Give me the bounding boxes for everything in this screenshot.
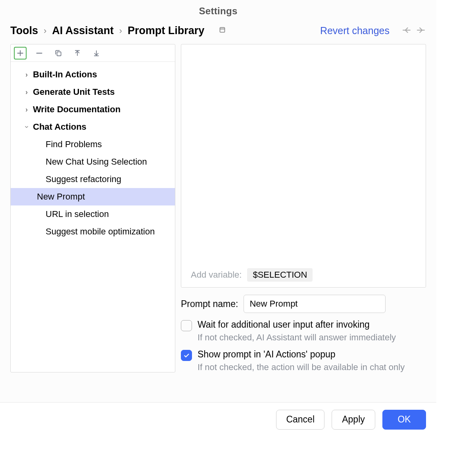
move-up-button[interactable] [71,47,84,60]
breadcrumb-item[interactable]: AI Assistant [52,25,113,37]
show-in-popup-label: Show prompt in 'AI Actions' popup [198,349,405,360]
tree-item[interactable]: URL in selection [11,205,175,223]
tree-item[interactable]: Suggest refactoring [11,171,175,188]
wait-input-label: Wait for additional user input after inv… [198,319,396,330]
variable-chip[interactable]: $SELECTION [247,268,313,282]
wait-input-help: If not checked, AI Assistant will answer… [198,332,396,343]
chevron-right-icon: › [20,88,33,96]
breadcrumb-item[interactable]: Tools [10,25,38,37]
tree-item-label: URL in selection [46,209,109,219]
nav-back-icon[interactable] [401,25,412,37]
svg-rect-2 [57,52,61,56]
tree-group[interactable]: › Generate Unit Tests [11,83,175,101]
page-title: Settings [0,0,436,21]
tree-group[interactable]: › Write Documentation [11,101,175,118]
tree-item[interactable]: Find Problems [11,136,175,153]
svg-rect-0 [220,28,225,33]
copy-button[interactable] [52,47,65,60]
tree-group[interactable]: › Built-In Actions [11,66,175,83]
tree-item-selected[interactable]: New Prompt [11,188,175,205]
tree-item-label: New Chat Using Selection [46,157,147,167]
tree-group-label: Built-In Actions [33,69,97,80]
add-variable-label: Add variable: [191,270,242,280]
ok-button[interactable]: OK [382,410,426,430]
show-in-popup-help: If not checked, the action will be avail… [198,362,405,372]
chevron-right-icon: › [20,71,33,79]
tree-item-label: Find Problems [46,139,102,150]
chevron-right-icon: › [44,26,46,36]
prompt-tree-pane: › Built-In Actions › Generate Unit Tests… [10,44,175,372]
tree-toolbar [11,44,175,62]
detach-window-icon[interactable] [218,25,226,37]
tree-item[interactable]: New Chat Using Selection [11,153,175,171]
prompt-name-input[interactable] [244,295,386,313]
breadcrumb: Tools › AI Assistant › Prompt Library [10,25,226,37]
move-down-button[interactable] [90,47,103,60]
chevron-down-icon [20,124,33,130]
apply-button[interactable]: Apply [332,410,375,430]
add-button[interactable] [14,47,27,60]
tree-item-label: Suggest refactoring [46,174,121,184]
tree-group-label: Generate Unit Tests [33,87,115,97]
show-in-popup-checkbox[interactable] [181,350,192,361]
tree-item-label: New Prompt [37,192,85,202]
remove-button[interactable] [33,47,46,60]
tree-item[interactable]: Suggest mobile optimization [11,223,175,240]
tree-group[interactable]: Chat Actions [11,118,175,136]
prompt-editor[interactable]: Add variable: $SELECTION [181,44,426,288]
prompt-name-label: Prompt name: [181,299,238,309]
prompt-tree[interactable]: › Built-In Actions › Generate Unit Tests… [11,62,175,240]
wait-input-checkbox[interactable] [181,320,192,331]
nav-forward-icon[interactable] [416,25,426,37]
tree-group-label: Chat Actions [33,122,86,132]
chevron-right-icon: › [20,106,33,114]
breadcrumb-item[interactable]: Prompt Library [128,25,205,37]
cancel-button[interactable]: Cancel [276,410,324,430]
tree-group-label: Write Documentation [33,104,121,115]
chevron-right-icon: › [119,26,122,36]
tree-item-label: Suggest mobile optimization [46,226,155,237]
revert-changes-link[interactable]: Revert changes [320,25,390,36]
